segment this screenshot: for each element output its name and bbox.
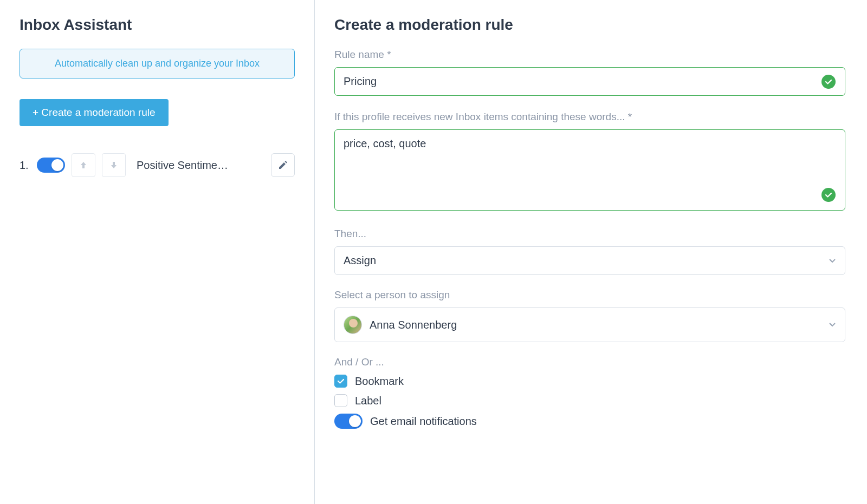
arrow-up-icon [80,161,87,169]
rule-name-input[interactable] [334,67,845,96]
keywords-input[interactable] [334,129,845,211]
keywords-field-label: If this profile receives new Inbox items… [334,111,845,123]
and-or-label: And / Or ... [334,356,845,368]
cleanup-banner[interactable]: Automatically clean up and organize your… [20,49,295,78]
rule-enable-toggle[interactable] [37,158,65,173]
rule-index: 1. [20,159,30,172]
assign-person-value: Anna Sonnenberg [370,319,457,331]
label-checkbox[interactable] [334,394,347,407]
action-select-value: Assign [344,254,376,267]
pencil-icon [278,160,288,170]
bookmark-checkbox[interactable] [334,375,347,388]
rule-name-label: Positive Sentime… [132,159,264,172]
caret-down-icon [829,322,836,328]
toggle-knob [349,415,361,427]
move-rule-down-button[interactable] [102,153,126,177]
inbox-assistant-panel: Inbox Assistant Automatically clean up a… [0,0,315,504]
rule-list-item: 1. Positive Sentime… [20,153,295,177]
create-rule-title: Create a moderation rule [334,16,845,34]
email-notifications-toggle[interactable] [334,414,363,429]
avatar [344,316,362,334]
arrow-down-icon [110,161,118,169]
assign-person-label: Select a person to assign [334,289,845,301]
then-label: Then... [334,228,845,240]
toggle-knob [51,159,63,171]
action-select[interactable]: Assign [334,246,845,275]
valid-check-icon [821,75,836,89]
caret-down-icon [829,258,836,264]
valid-check-icon [821,188,836,202]
rule-name-field-label: Rule name * [334,49,845,61]
email-notifications-label: Get email notifications [370,415,477,428]
bookmark-label: Bookmark [355,375,404,388]
label-label: Label [355,395,381,407]
edit-rule-button[interactable] [271,153,295,177]
move-rule-up-button[interactable] [72,153,95,177]
inbox-assistant-title: Inbox Assistant [20,16,295,34]
create-rule-panel: Create a moderation rule Rule name * If … [315,0,867,504]
assign-person-select[interactable]: Anna Sonnenberg [334,307,845,342]
create-moderation-rule-button[interactable]: + Create a moderation rule [20,99,169,126]
